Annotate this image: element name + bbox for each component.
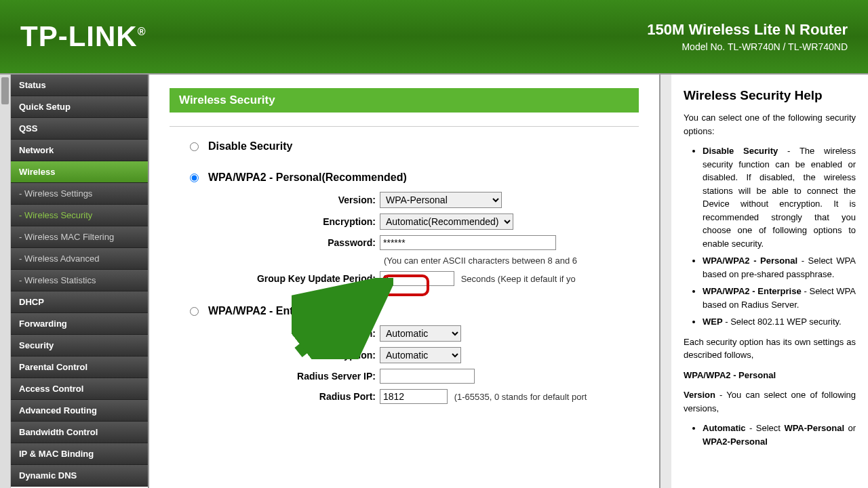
help-title: Wireless Security Help xyxy=(684,88,856,103)
sidebar-item-dhcp[interactable]: DHCP xyxy=(11,291,148,313)
content: Wireless Security Disable Security WPA/W… xyxy=(149,75,660,488)
encryption-label: Encryption: xyxy=(210,216,380,227)
sidebar-scrollbar[interactable] xyxy=(0,75,11,488)
radius-port-label: Radius Port: xyxy=(210,391,380,402)
sidebar: StatusQuick SetupQSSNetworkWireless- Wir… xyxy=(11,75,148,488)
header: TP-LINK® 150M Wireless Lite N Router Mod… xyxy=(0,0,868,75)
field-version-enterprise: Version: Automatic xyxy=(210,325,639,342)
sidebar-item-network[interactable]: Network xyxy=(11,140,148,161)
radius-ip-label: Radius Server IP: xyxy=(210,371,380,382)
gkup-hint: Seconds (Keep it default if yo xyxy=(461,274,576,284)
content-wrap: Wireless Security Disable Security WPA/W… xyxy=(148,75,868,488)
wpa-enterprise-label: WPA/WPA2 - Enterprise xyxy=(208,305,330,317)
sidebar-item-wireless-security[interactable]: - Wireless Security xyxy=(11,205,148,226)
sidebar-item-bandwidth-control[interactable]: Bandwidth Control xyxy=(11,422,148,443)
sidebar-item-forwarding[interactable]: Forwarding xyxy=(11,313,148,335)
section-title: Wireless Security xyxy=(170,88,639,113)
sidebar-item-access-control[interactable]: Access Control xyxy=(11,378,148,400)
wpa-personal-label: WPA/WPA2 - Personal(Recommended) xyxy=(208,171,407,184)
model-no: Model No. TL-WR740N / TL-WR740ND xyxy=(647,41,848,52)
main: StatusQuick SetupQSSNetworkWireless- Wir… xyxy=(0,75,868,488)
field-password: Password: xyxy=(210,235,639,250)
field-encryption-personal: Encryption: Automatic(Recommended) xyxy=(210,214,639,230)
sidebar-item-wireless-mac-filtering[interactable]: - Wireless MAC Filtering xyxy=(11,226,148,248)
gkup-label: Group Key Update Period: xyxy=(210,273,380,284)
sidebar-item-wireless[interactable]: Wireless xyxy=(11,161,148,183)
header-right: 150M Wireless Lite N Router Model No. TL… xyxy=(647,21,848,52)
password-hint: (You can enter ASCII characters between … xyxy=(384,256,639,266)
encryption-select-enterprise[interactable]: Automatic xyxy=(380,347,461,363)
radius-ip-input[interactable] xyxy=(380,369,475,384)
help-opt-disable: Disable Security - The wireless security… xyxy=(703,144,856,250)
field-version-personal: Version: WPA-Personal xyxy=(210,192,639,208)
version-select-personal[interactable]: WPA-Personal xyxy=(380,192,502,208)
help-version: Version - You can select one of followin… xyxy=(684,388,856,415)
sidebar-item-ip-mac-binding[interactable]: IP & MAC Binding xyxy=(11,443,148,465)
password-label: Password: xyxy=(210,237,380,248)
sidebar-item-security[interactable]: Security xyxy=(11,335,148,357)
field-radius-ip: Radius Server IP: xyxy=(210,369,639,384)
help-wpa-p-heading: WPA/WPA2 - Personal xyxy=(684,369,856,382)
field-encryption-enterprise: Encryption: Automatic xyxy=(210,347,639,363)
sidebar-item-advanced-routing[interactable]: Advanced Routing xyxy=(11,400,148,422)
version-label-e: Version: xyxy=(210,328,380,339)
sidebar-item-parental-control[interactable]: Parental Control xyxy=(11,357,148,378)
brand-logo: TP-LINK® xyxy=(20,20,146,53)
help-options-list: Disable Security - The wireless security… xyxy=(703,144,856,329)
product-title: 150M Wireless Lite N Router xyxy=(647,21,848,39)
help-panel: Wireless Security Help You can select on… xyxy=(671,75,868,488)
option-wpa-personal[interactable]: WPA/WPA2 - Personal(Recommended) xyxy=(190,171,639,184)
radio-disable[interactable] xyxy=(190,142,199,151)
help-each-option: Each security option has its own setting… xyxy=(684,336,856,362)
help-intro: You can select one of the following secu… xyxy=(684,111,856,138)
gkup-input[interactable] xyxy=(380,271,454,286)
password-input[interactable] xyxy=(380,235,556,250)
help-version-list: Automatic - Select WPA-Personal or WPA2-… xyxy=(703,422,856,448)
sidebar-item-wireless-settings[interactable]: - Wireless Settings xyxy=(11,183,148,205)
disable-label: Disable Security xyxy=(208,140,293,152)
sidebar-wrap: StatusQuick SetupQSSNetworkWireless- Wir… xyxy=(0,75,148,488)
help-opt-wpa-p: WPA/WPA2 - Personal - Select WPA based o… xyxy=(703,254,856,281)
sidebar-item-status[interactable]: Status xyxy=(11,75,148,96)
radio-wpa-enterprise[interactable] xyxy=(190,307,199,316)
radius-port-hint: (1-65535, 0 stands for default port xyxy=(454,392,587,402)
help-opt-wep: WEP - Select 802.11 WEP security. xyxy=(703,315,856,329)
help-opt-wpa-e: WPA/WPA2 - Enterprise - Select WPA based… xyxy=(703,285,856,311)
divider xyxy=(170,126,639,127)
sidebar-item-qss[interactable]: QSS xyxy=(11,118,148,140)
option-wpa-enterprise[interactable]: WPA/WPA2 - Enterprise xyxy=(190,305,639,317)
sidebar-item-dynamic-dns[interactable]: Dynamic DNS xyxy=(11,465,148,487)
brand-text: TP-LINK xyxy=(20,20,138,52)
sidebar-item-wireless-advanced[interactable]: - Wireless Advanced xyxy=(11,248,148,270)
field-gkup: Group Key Update Period: Seconds (Keep i… xyxy=(210,271,639,286)
radio-wpa-personal[interactable] xyxy=(190,174,199,182)
encryption-select-personal[interactable]: Automatic(Recommended) xyxy=(380,214,513,230)
reg-mark: ® xyxy=(138,26,146,37)
svg-line-1 xyxy=(298,288,380,352)
option-disable-security[interactable]: Disable Security xyxy=(190,140,639,152)
sidebar-item-quick-setup[interactable]: Quick Setup xyxy=(11,96,148,118)
content-scrollbar[interactable] xyxy=(660,75,671,488)
version-label: Version: xyxy=(210,195,380,205)
version-select-enterprise[interactable]: Automatic xyxy=(380,325,461,342)
field-radius-port: Radius Port: (1-65535, 0 stands for defa… xyxy=(210,389,639,404)
radius-port-input[interactable] xyxy=(380,389,448,404)
encryption-label-e: Encryption: xyxy=(210,350,380,361)
help-version-auto: Automatic - Select WPA-Personal or WPA2-… xyxy=(703,422,856,448)
sidebar-item-wireless-statistics[interactable]: - Wireless Statistics xyxy=(11,270,148,291)
